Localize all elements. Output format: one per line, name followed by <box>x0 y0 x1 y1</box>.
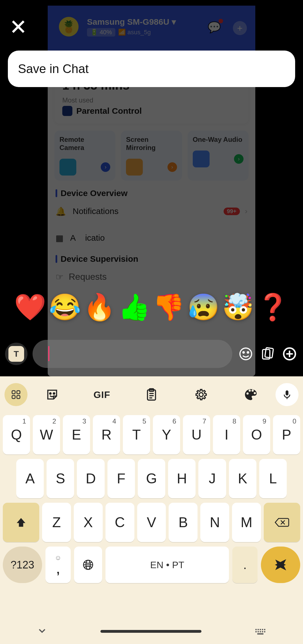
emoji-mindblown[interactable]: 🤯 <box>222 292 254 322</box>
send-key[interactable] <box>261 547 300 583</box>
key-u[interactable]: U7 <box>183 415 210 454</box>
key-p[interactable]: P0 <box>273 415 300 454</box>
svg-point-2 <box>240 348 252 360</box>
key-e[interactable]: E3 <box>63 415 90 454</box>
key-b[interactable]: B <box>169 503 198 542</box>
svg-rect-31 <box>262 629 263 630</box>
emoji-picker-button[interactable] <box>237 347 254 361</box>
theme-button[interactable] <box>226 387 276 402</box>
emoji-anxious[interactable]: 😰 <box>187 292 220 322</box>
mic-button[interactable] <box>276 383 299 406</box>
svg-rect-21 <box>286 390 288 395</box>
key-h[interactable]: H <box>168 459 196 498</box>
svg-point-14 <box>50 393 51 394</box>
quick-emoji-row: ❤️ 😂 🔥 👍 👎 😰 🤯 ❓ <box>14 292 289 322</box>
text-cursor <box>48 346 49 361</box>
svg-rect-36 <box>262 631 263 632</box>
keyboard: GIF Q1W2E3R4T5Y6U7I8O9P0 ASDFGHJKL ZXCVB… <box>0 376 303 644</box>
svg-rect-30 <box>260 629 261 630</box>
settings-button[interactable] <box>176 387 226 402</box>
svg-rect-11 <box>17 391 20 394</box>
svg-point-15 <box>53 393 55 394</box>
key-w[interactable]: W2 <box>33 415 60 454</box>
backspace-icon <box>275 517 289 528</box>
key-a[interactable]: A <box>16 459 44 498</box>
svg-rect-37 <box>264 631 265 632</box>
emoji-thumbs-down[interactable]: 👎 <box>153 292 185 322</box>
emoji-heart[interactable]: ❤️ <box>14 292 46 322</box>
nav-collapse-button[interactable] <box>36 625 48 638</box>
sticker-icon <box>45 387 59 402</box>
smiley-icon <box>238 347 253 361</box>
period-key[interactable]: . <box>232 547 258 583</box>
keyboard-apps-button[interactable] <box>4 383 27 406</box>
nav-home-pill[interactable] <box>100 630 201 633</box>
system-navbar <box>0 619 303 644</box>
emoji-hint-icon: ☺ <box>55 554 62 562</box>
key-i[interactable]: I8 <box>213 415 240 454</box>
save-in-chat-button[interactable]: Save in Chat <box>8 51 295 87</box>
clipboard-icon <box>144 387 159 402</box>
globe-icon <box>82 559 94 571</box>
key-x[interactable]: X <box>74 503 103 542</box>
keyboard-toolbar: GIF <box>0 376 303 413</box>
nav-keyboard-switch[interactable] <box>254 625 267 638</box>
emoji-question[interactable]: ❓ <box>257 292 289 322</box>
keyboard-row-1: Q1W2E3R4T5Y6U7I8O9P0 <box>3 415 300 454</box>
language-key[interactable] <box>74 547 102 583</box>
gear-icon <box>194 387 208 402</box>
key-t[interactable]: T5 <box>123 415 150 454</box>
key-d[interactable]: D <box>77 459 104 498</box>
keyboard-switch-icon <box>254 625 267 637</box>
svg-point-3 <box>243 352 244 353</box>
svg-rect-33 <box>255 631 256 632</box>
key-c[interactable]: C <box>105 503 134 542</box>
svg-rect-29 <box>258 629 259 630</box>
key-k[interactable]: K <box>229 459 256 498</box>
more-button[interactable] <box>281 347 298 361</box>
send-icon <box>274 558 288 572</box>
symbols-key[interactable]: ?123 <box>3 547 42 583</box>
svg-point-4 <box>247 352 249 353</box>
emoji-fire[interactable]: 🔥 <box>83 292 116 322</box>
svg-rect-12 <box>12 395 15 399</box>
emoji-thumbs-up[interactable]: 👍 <box>118 292 150 322</box>
svg-rect-10 <box>12 391 15 394</box>
close-button[interactable] <box>8 17 28 37</box>
text-tool-button[interactable]: T <box>5 343 27 365</box>
key-y[interactable]: Y6 <box>153 415 180 454</box>
keyboard-bottom-row: ?123 ☺ , EN • PT . <box>0 547 303 589</box>
emoji-laugh[interactable]: 😂 <box>49 292 81 322</box>
svg-rect-32 <box>264 629 265 630</box>
key-z[interactable]: Z <box>42 503 71 542</box>
key-j[interactable]: J <box>198 459 226 498</box>
plus-circle-icon <box>282 347 297 361</box>
space-key[interactable]: EN • PT <box>105 547 229 583</box>
svg-rect-34 <box>258 631 259 632</box>
backspace-key[interactable] <box>264 503 300 542</box>
comma-key[interactable]: ☺ , <box>45 547 71 583</box>
shift-key[interactable] <box>3 503 39 542</box>
key-g[interactable]: G <box>138 459 165 498</box>
key-l[interactable]: L <box>259 459 287 498</box>
palette-icon <box>244 387 258 402</box>
message-input[interactable] <box>33 340 232 368</box>
gif-button[interactable]: GIF <box>77 389 127 400</box>
key-o[interactable]: O9 <box>243 415 270 454</box>
key-v[interactable]: V <box>137 503 166 542</box>
key-f[interactable]: F <box>107 459 135 498</box>
key-m[interactable]: M <box>232 503 261 542</box>
gallery-button[interactable] <box>259 347 276 361</box>
key-q[interactable]: Q1 <box>3 415 30 454</box>
sticker-button[interactable] <box>27 387 77 402</box>
grid-icon <box>10 389 22 400</box>
key-n[interactable]: N <box>200 503 229 542</box>
key-s[interactable]: S <box>47 459 74 498</box>
svg-rect-13 <box>17 395 20 399</box>
svg-rect-35 <box>260 631 261 632</box>
key-r[interactable]: R4 <box>93 415 120 454</box>
keyboard-row-2: ASDFGHJKL <box>3 459 300 498</box>
chevron-down-icon <box>36 625 48 636</box>
close-icon <box>11 19 26 34</box>
clipboard-button[interactable] <box>127 387 176 402</box>
